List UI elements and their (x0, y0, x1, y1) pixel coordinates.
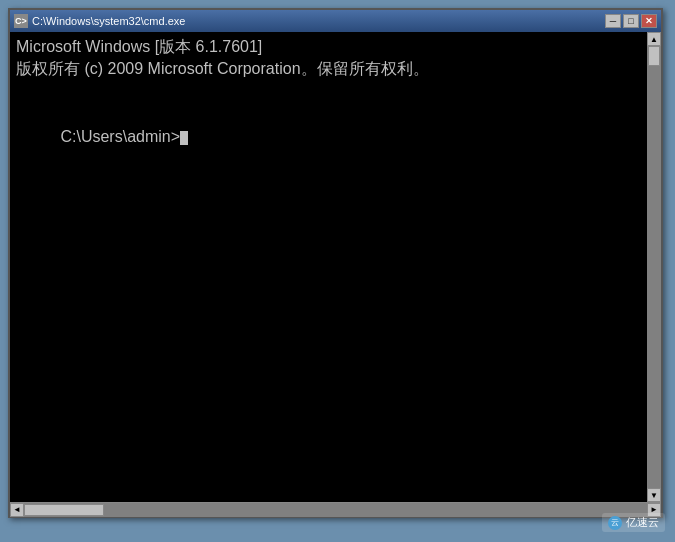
scroll-track-horizontal[interactable] (24, 503, 647, 517)
scroll-left-button[interactable]: ◄ (10, 503, 24, 517)
maximize-button[interactable]: □ (623, 14, 639, 28)
cmd-line-2: 版权所有 (c) 2009 Microsoft Corporation。保留所有… (16, 58, 655, 80)
title-bar-left: C> C:\Windows\system32\cmd.exe (14, 14, 185, 28)
scroll-thumb-horizontal[interactable] (24, 504, 104, 516)
cmd-text-area[interactable]: Microsoft Windows [版本 6.1.7601] 版权所有 (c)… (10, 32, 661, 502)
cmd-icon: C> (14, 14, 28, 28)
scroll-up-button[interactable]: ▲ (647, 32, 661, 46)
watermark: 云 亿速云 (602, 513, 665, 532)
title-bar: C> C:\Windows\system32\cmd.exe ─ □ ✕ (10, 10, 661, 32)
cmd-prompt: C:\Users\admin> (16, 103, 655, 170)
scrollbar-right: ▲ ▼ (647, 32, 661, 502)
scroll-down-button[interactable]: ▼ (647, 488, 661, 502)
watermark-icon: 云 (608, 516, 622, 530)
window-title: C:\Windows\system32\cmd.exe (32, 15, 185, 27)
scroll-thumb-vertical[interactable] (648, 46, 660, 66)
scrollbar-bottom: ◄ ► (10, 502, 661, 516)
watermark-text: 亿速云 (626, 515, 659, 530)
cmd-content-area: Microsoft Windows [版本 6.1.7601] 版权所有 (c)… (10, 32, 661, 502)
cmd-window: C> C:\Windows\system32\cmd.exe ─ □ ✕ Mic… (8, 8, 663, 518)
close-button[interactable]: ✕ (641, 14, 657, 28)
desktop: C> C:\Windows\system32\cmd.exe ─ □ ✕ Mic… (0, 0, 675, 542)
minimize-button[interactable]: ─ (605, 14, 621, 28)
title-bar-buttons: ─ □ ✕ (605, 14, 657, 28)
cmd-line-3 (16, 81, 655, 103)
cursor (180, 131, 188, 145)
scroll-track-vertical[interactable] (647, 46, 661, 488)
cmd-line-1: Microsoft Windows [版本 6.1.7601] (16, 36, 655, 58)
